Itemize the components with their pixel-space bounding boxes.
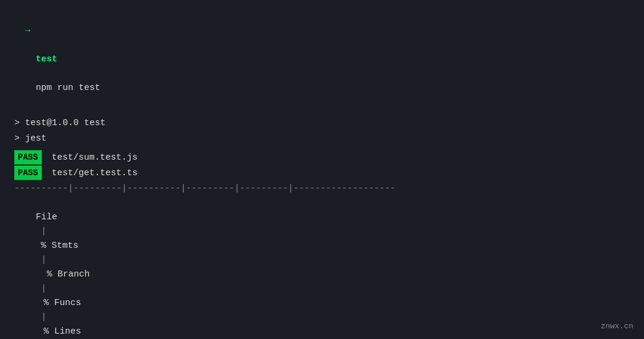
col-stmts-header: % Stmts bbox=[36, 239, 83, 253]
col-funcs-header: % Funcs bbox=[36, 296, 83, 310]
pass-badge-2: PASS bbox=[14, 166, 42, 180]
command-text bbox=[36, 69, 41, 79]
col-branch-header: % Branch bbox=[36, 268, 95, 282]
divider-top: ----------|---------|----------|--------… bbox=[14, 182, 630, 196]
prompt-line-2: > jest bbox=[14, 131, 630, 147]
col-lines-header: % Lines bbox=[36, 325, 83, 339]
prompt-line-1: > test@1.0.0 test bbox=[14, 116, 630, 131]
command-full: npm run test bbox=[36, 83, 100, 93]
command-label: test bbox=[36, 54, 57, 64]
arrow-icon: → bbox=[25, 26, 30, 36]
table-header: File | % Stmts | % Branch | % Funcs | % … bbox=[14, 196, 630, 339]
command-line: → test npm run test bbox=[14, 10, 630, 110]
pass-file-2: test/get.test.ts bbox=[52, 168, 138, 178]
pass-row-1: PASS test/sum.test.js bbox=[14, 150, 630, 165]
watermark: znwx.cn bbox=[600, 322, 633, 331]
pass-badge-1: PASS bbox=[14, 150, 42, 164]
coverage-table-wrapper: ----------|---------|----------|--------… bbox=[14, 182, 630, 339]
pass-row-2: PASS test/get.test.ts bbox=[14, 166, 630, 181]
col-file-header: File bbox=[36, 210, 101, 225]
pass-file-1: test/sum.test.js bbox=[52, 153, 138, 163]
